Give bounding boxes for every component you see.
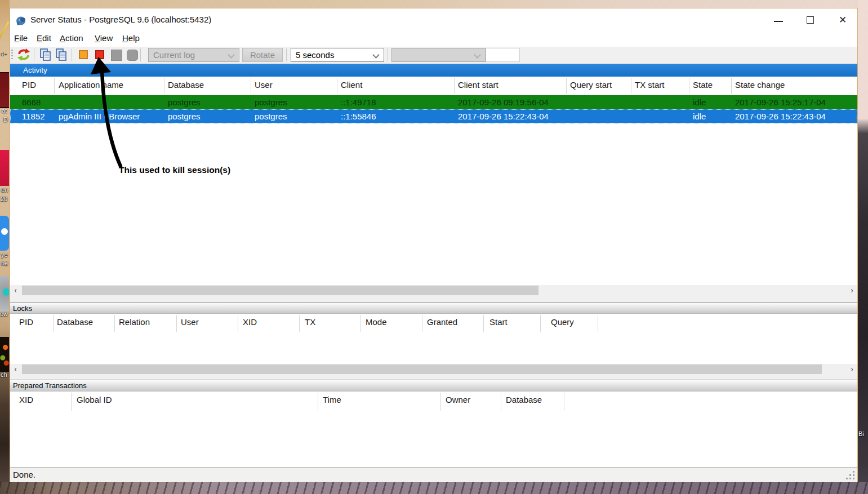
toolbar-grip[interactable] (11, 50, 13, 60)
activity-row-11852-selected[interactable]: 11852 pgAdmin III - Browser postgres pos… (10, 109, 857, 123)
desktop-icon-gear[interactable] (0, 276, 9, 311)
column-header-start[interactable]: Start (489, 317, 508, 327)
column-separator[interactable] (540, 315, 541, 332)
commit-prepared-icon[interactable] (111, 50, 122, 61)
column-separator[interactable] (337, 78, 337, 94)
column-header-user[interactable]: User (181, 317, 199, 327)
column-separator[interactable] (631, 78, 631, 94)
column-header-appname[interactable]: Application name (59, 80, 123, 90)
cell-db: postgres (168, 95, 201, 109)
scroll-left-icon[interactable]: ‹ (10, 364, 21, 375)
column-separator[interactable] (566, 78, 567, 94)
chevron-down-icon (372, 51, 380, 59)
desktop-icon-flame[interactable] (0, 337, 9, 372)
desktop-icon-blue[interactable] (0, 216, 9, 251)
column-header-xid[interactable]: XID (19, 395, 33, 404)
scroll-right-icon[interactable]: › (847, 364, 857, 375)
close-button[interactable]: ✕ (833, 13, 852, 28)
column-header-xid[interactable]: XID (243, 317, 257, 327)
column-header-time[interactable]: Time (323, 395, 341, 404)
column-header-globalid[interactable]: Global ID (77, 395, 112, 404)
prepared-transactions-table: XID Global ID Time Owner Database (10, 391, 857, 467)
column-separator[interactable] (251, 78, 251, 94)
menu-view[interactable]: View (95, 33, 113, 43)
column-header-mode[interactable]: Mode (366, 317, 387, 327)
column-separator[interactable] (54, 78, 55, 94)
column-header-owner[interactable]: Owner (446, 395, 470, 404)
refresh-rate-combobox[interactable]: 5 seconds (291, 48, 384, 62)
minimize-button[interactable] (769, 13, 788, 28)
menu-help[interactable]: Help (122, 33, 140, 43)
column-separator[interactable] (731, 78, 732, 94)
column-header-pid[interactable]: PID (19, 317, 33, 327)
scrollbar-thumb[interactable] (22, 364, 822, 374)
menu-edit[interactable]: Edit (37, 33, 51, 43)
column-header-query-start[interactable]: Query start (570, 80, 612, 90)
refresh-icon[interactable] (17, 48, 30, 61)
scroll-right-icon[interactable]: › (847, 285, 857, 296)
column-separator[interactable] (689, 78, 689, 94)
desktop-screen: d+ at D en 20 ye ne ow ch Bi Server Stat… (0, 0, 868, 494)
column-header-client-start[interactable]: Client start (458, 80, 498, 90)
desktop-right-strip: Bi (858, 0, 868, 494)
rollback-prepared-icon[interactable] (127, 50, 138, 61)
column-header-database[interactable]: Database (168, 80, 204, 90)
locks-horizontal-scrollbar[interactable]: ‹ › (10, 364, 857, 374)
column-separator[interactable] (164, 78, 164, 94)
column-header-client[interactable]: Client (341, 80, 362, 90)
column-separator[interactable] (238, 315, 238, 332)
column-separator[interactable] (53, 315, 54, 332)
column-separator[interactable] (114, 315, 115, 332)
title-bar[interactable]: Server Status - PostgreSQL 9.6 (localhos… (10, 8, 857, 32)
column-separator[interactable] (598, 315, 598, 332)
menu-file[interactable]: File (14, 33, 28, 43)
splitter[interactable] (10, 296, 857, 302)
scroll-left-icon[interactable]: ‹ (10, 285, 21, 296)
column-separator[interactable] (564, 393, 564, 411)
cancel-query-icon[interactable] (79, 50, 88, 59)
column-separator[interactable] (318, 393, 318, 411)
copy-icon[interactable] (39, 48, 52, 62)
cell-user: postgres (255, 95, 287, 109)
column-header-relation[interactable]: Relation (119, 317, 150, 327)
column-header-state-change[interactable]: State change (735, 80, 785, 90)
desktop-icon-maroon[interactable] (0, 72, 9, 108)
server-status-window: Server Status - PostgreSQL 9.6 (localhos… (10, 8, 858, 482)
column-separator[interactable] (360, 315, 361, 332)
column-header-tx-start[interactable]: TX start (635, 80, 665, 90)
column-separator[interactable] (440, 393, 441, 411)
splitter[interactable] (10, 374, 857, 380)
column-header-database[interactable]: Database (506, 395, 542, 404)
column-separator[interactable] (857, 78, 857, 94)
copy-query-icon[interactable] (55, 48, 68, 62)
terminate-backend-icon[interactable] (95, 50, 104, 59)
activity-row-6668[interactable]: 6668 postgres postgres ::1:49718 2017-09… (10, 95, 857, 109)
maximize-button[interactable] (801, 13, 820, 28)
column-header-database[interactable]: Database (57, 317, 93, 327)
menu-action[interactable]: Action (60, 33, 83, 43)
column-separator[interactable] (483, 315, 484, 332)
column-separator[interactable] (454, 78, 455, 94)
column-separator[interactable] (71, 393, 72, 411)
scrollbar-thumb[interactable] (22, 286, 538, 295)
desktop-label-fragment: en (1, 186, 8, 193)
column-header-user[interactable]: User (255, 80, 273, 90)
resize-grip-icon[interactable] (853, 478, 854, 479)
logfile-combobox[interactable]: Current log (148, 48, 239, 62)
column-separator[interactable] (501, 393, 501, 411)
empty-combobox[interactable] (391, 48, 486, 62)
column-separator[interactable] (176, 315, 177, 332)
column-separator[interactable] (422, 315, 422, 332)
desktop-icon-crimson[interactable] (0, 150, 9, 186)
activity-horizontal-scrollbar[interactable]: ‹ › (10, 285, 857, 296)
column-separator[interactable] (299, 315, 300, 332)
desktop-label-fragment: ow (0, 310, 8, 317)
column-header-granted[interactable]: Granted (427, 317, 457, 327)
desktop-label-fragment: 20 (1, 195, 7, 202)
column-header-pid[interactable]: PID (22, 80, 36, 90)
column-header-state[interactable]: State (693, 80, 713, 90)
column-header-query[interactable]: Query (551, 317, 574, 327)
toolbar-white-field[interactable] (486, 48, 520, 62)
column-header-tx[interactable]: TX (305, 317, 315, 327)
rotate-button[interactable]: Rotate (242, 48, 283, 62)
